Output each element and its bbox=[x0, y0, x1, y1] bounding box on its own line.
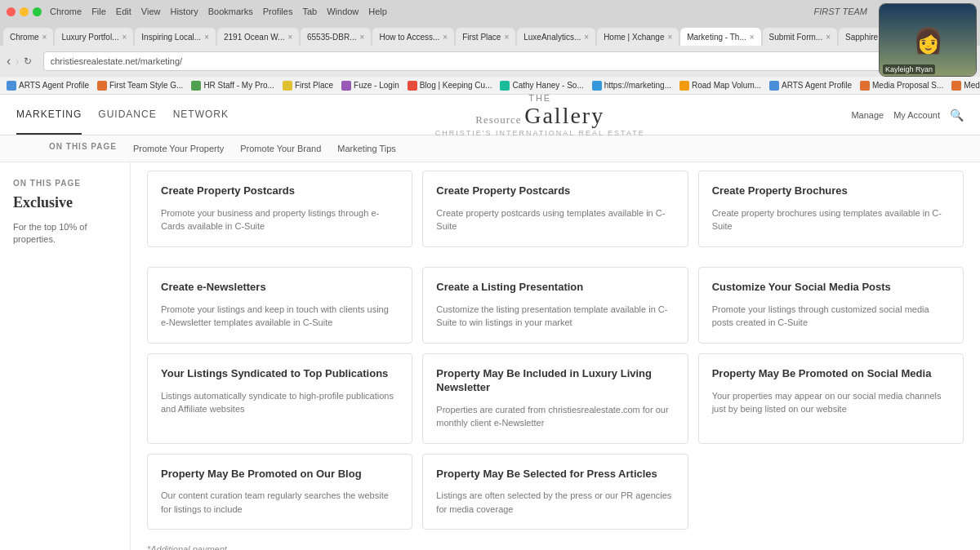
card-brochures[interactable]: Create Property Brochures Create propert… bbox=[698, 171, 964, 247]
menu-view[interactable]: View bbox=[141, 7, 161, 16]
menu-file[interactable]: File bbox=[91, 7, 106, 16]
bookmark-blog[interactable]: Blog | Keeping Cu... bbox=[408, 81, 492, 91]
cards-grid: Create e-Newsletters Promote your listin… bbox=[147, 259, 964, 539]
bookmark-fuze[interactable]: Fuze - Login bbox=[341, 81, 399, 91]
card-postcards-templates[interactable]: Create Property Postcards Create propert… bbox=[422, 171, 688, 247]
bookmark-marketing[interactable]: https://marketing... bbox=[592, 81, 671, 91]
subnav-promote-brand[interactable]: Promote Your Brand bbox=[240, 142, 321, 155]
card-title: Create Property Postcards bbox=[436, 184, 674, 198]
bookmark-media2[interactable]: Media Proposal S... bbox=[951, 81, 980, 91]
tab-2191[interactable]: 2191 Ocean W...× bbox=[217, 28, 299, 46]
card-listings-syndicated[interactable]: Your Listings Syndicated to Top Publicat… bbox=[147, 353, 412, 444]
menu-tab[interactable]: Tab bbox=[302, 7, 317, 16]
card-postcards-ecards[interactable]: Create Property Postcards Promote your b… bbox=[147, 171, 412, 247]
card-title: Create Property Brochures bbox=[712, 184, 950, 198]
page-wrapper: MARKETING GUIDANCE NETWORK The Resource … bbox=[0, 95, 980, 550]
logo-pre: The bbox=[229, 93, 851, 103]
browser-tabs: Chrome× Luxury Portfol...× Inspiring Loc… bbox=[0, 23, 980, 46]
menu-profiles[interactable]: Profiles bbox=[263, 7, 293, 16]
card-title: Property May Be Promoted on Our Blog bbox=[161, 468, 399, 481]
refresh-button[interactable]: ↻ bbox=[24, 55, 32, 67]
nav-guidance[interactable]: GUIDANCE bbox=[98, 95, 156, 135]
nav-marketing[interactable]: MARKETING bbox=[16, 95, 82, 135]
url-display: christiesrealestate.net/marketing/ bbox=[51, 56, 936, 66]
card-title: Create Property Postcards bbox=[161, 184, 399, 198]
main-layout: ON THIS PAGE Exclusive For the top 10% o… bbox=[0, 162, 980, 550]
subnav-promote-property[interactable]: Promote Your Property bbox=[133, 142, 224, 155]
tab-inspiring[interactable]: Inspiring Local...× bbox=[135, 28, 216, 46]
card-title: Create a Listing Presentation bbox=[436, 281, 674, 295]
browser-menu: Chrome File Edit View History Bookmarks … bbox=[50, 7, 387, 16]
card-promoted-blog[interactable]: Property May Be Promoted on Our Blog Our… bbox=[147, 454, 412, 530]
tab-chrome[interactable]: Chrome× bbox=[3, 28, 53, 46]
card-promoted-social-media[interactable]: Property May Be Promoted on Social Media… bbox=[698, 353, 964, 444]
close-window-button[interactable] bbox=[7, 7, 16, 16]
card-description: Listings are often selected by the press… bbox=[436, 489, 674, 516]
minimize-window-button[interactable] bbox=[20, 7, 29, 16]
bookmark-hr[interactable]: HR Staff - My Pro... bbox=[191, 81, 274, 91]
on-this-page-label: ON THIS PAGE bbox=[49, 142, 117, 155]
card-title: Create e-Newsletters bbox=[161, 281, 399, 295]
menu-edit[interactable]: Edit bbox=[116, 7, 131, 16]
card-description: Properties are curated from christiesrea… bbox=[436, 403, 674, 430]
bookmark-arts2[interactable]: ARTS Agent Profile bbox=[769, 81, 852, 91]
bookmark-roadmap[interactable]: Road Map Volum... bbox=[679, 81, 761, 91]
bookmark-media1[interactable]: Media Proposal S... bbox=[860, 81, 943, 91]
sidebar-on-this-page: ON THIS PAGE bbox=[13, 179, 117, 188]
menu-help[interactable]: Help bbox=[368, 7, 387, 16]
sub-nav: ON THIS PAGE Promote Your Property Promo… bbox=[0, 135, 980, 162]
tab-luxury[interactable]: Luxury Portfol...× bbox=[55, 28, 133, 46]
tab-65535[interactable]: 65535-DBR...× bbox=[301, 28, 371, 46]
additional-note: *Additional payment bbox=[147, 544, 964, 550]
subnav-marketing-tips[interactable]: Marketing Tips bbox=[337, 142, 396, 155]
nav-left: MARKETING GUIDANCE NETWORK bbox=[16, 95, 229, 135]
nav-right: Manage My Account 🔍 bbox=[851, 109, 964, 122]
maximize-window-button[interactable] bbox=[33, 7, 42, 16]
tab-home-xchange[interactable]: Home | Xchange× bbox=[597, 28, 679, 46]
card-social-media-posts[interactable]: Customize Your Social Media Posts Promot… bbox=[698, 267, 964, 344]
tab-submit[interactable]: Submit Form...× bbox=[763, 28, 837, 46]
card-description: Promote your listings through customized… bbox=[712, 303, 950, 330]
search-icon[interactable]: 🔍 bbox=[950, 109, 964, 122]
top-nav: MARKETING GUIDANCE NETWORK The Resource … bbox=[0, 95, 980, 135]
bookmark-first-team[interactable]: First Team Style G... bbox=[97, 81, 183, 91]
tab-first-place[interactable]: First Place× bbox=[456, 28, 515, 46]
forward-button[interactable]: › bbox=[15, 54, 19, 69]
card-description: Create property brochures using template… bbox=[712, 206, 950, 233]
sidebar-heading: Exclusive bbox=[13, 194, 117, 211]
bookmark-cathy[interactable]: Cathy Haney - So... bbox=[500, 81, 583, 91]
logo-sub: CHRISTIE'S INTERNATIONAL REAL ESTATE bbox=[229, 129, 851, 137]
menu-window[interactable]: Window bbox=[327, 7, 359, 16]
card-description: Listings automatically syndicate to high… bbox=[161, 389, 399, 416]
menu-history[interactable]: History bbox=[170, 7, 198, 16]
card-press-articles[interactable]: Property May Be Selected for Press Artic… bbox=[422, 454, 688, 530]
card-enewsletters[interactable]: Create e-Newsletters Promote your listin… bbox=[147, 267, 412, 344]
card-title: Property May Be Promoted on Social Media bbox=[712, 367, 950, 381]
card-title: Your Listings Syndicated to Top Publicat… bbox=[161, 367, 399, 381]
card-description: Your properties may appear on our social… bbox=[712, 389, 950, 416]
tab-luxe[interactable]: LuxeAnalytics...× bbox=[517, 28, 595, 46]
tab-how-to[interactable]: How to Access...× bbox=[372, 28, 454, 46]
window-controls bbox=[7, 7, 42, 16]
nav-my-account[interactable]: My Account bbox=[893, 110, 940, 120]
above-cards-grid: Create Property Postcards Promote your b… bbox=[147, 162, 964, 255]
address-bar[interactable]: christiesrealestate.net/marketing/ bbox=[43, 51, 943, 71]
menu-bookmarks[interactable]: Bookmarks bbox=[208, 7, 253, 16]
nav-network[interactable]: NETWORK bbox=[173, 95, 229, 135]
tab-marketing[interactable]: Marketing - Th...× bbox=[680, 28, 760, 46]
card-title: Property May Be Selected for Press Artic… bbox=[436, 468, 674, 481]
webcam-label: Kayleigh Ryan bbox=[883, 64, 935, 74]
card-luxury-living-newsletter[interactable]: Property May Be Included in Luxury Livin… bbox=[422, 353, 688, 444]
sidebar-description: For the top 10% of properties. bbox=[13, 221, 117, 246]
menu-chrome[interactable]: Chrome bbox=[50, 7, 82, 16]
browser-chrome: Chrome File Edit View History Bookmarks … bbox=[0, 0, 980, 95]
back-button[interactable]: ‹ bbox=[7, 54, 11, 69]
card-listing-presentation[interactable]: Create a Listing Presentation Customize … bbox=[422, 267, 688, 344]
card-description: Customize the listing presentation templ… bbox=[436, 303, 674, 330]
bookmark-first-place[interactable]: First Place bbox=[283, 81, 333, 91]
card-title: Customize Your Social Media Posts bbox=[712, 281, 950, 295]
logo-gallery: Gallery bbox=[524, 103, 604, 128]
browser-nav-buttons: ‹ › ↻ bbox=[7, 54, 32, 69]
nav-manage[interactable]: Manage bbox=[851, 110, 884, 120]
bookmark-arts[interactable]: ARTS Agent Profile bbox=[7, 81, 89, 91]
